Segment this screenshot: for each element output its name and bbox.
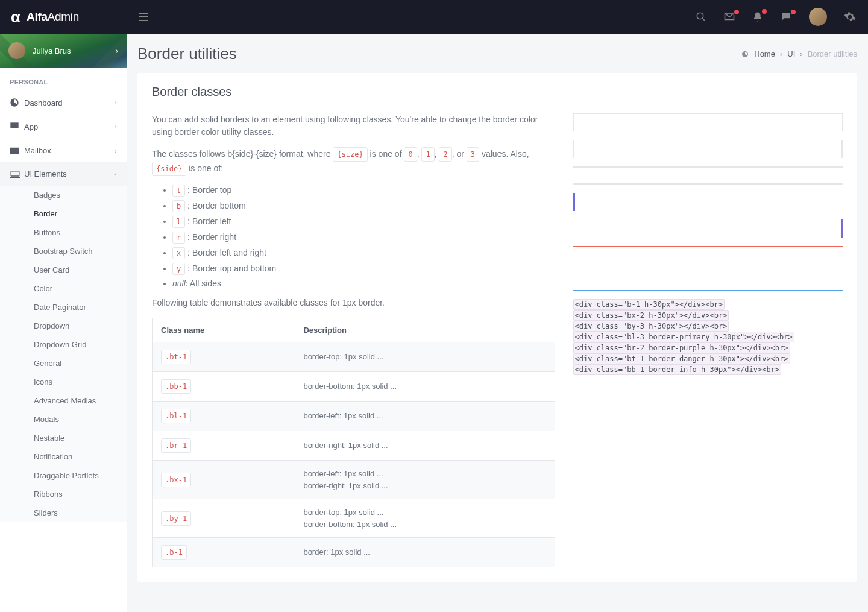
card-title: Border classes xyxy=(152,85,843,99)
breadcrumb: Home › UI › Border utilities xyxy=(741,49,857,58)
sides-list: t : Border topb : Border bottoml : Borde… xyxy=(172,185,555,288)
intro-text: You can add solid borders to an element … xyxy=(152,113,555,139)
table-intro: Following table demonstrates available c… xyxy=(152,297,555,309)
svg-rect-2 xyxy=(139,20,148,21)
logo-icon: α xyxy=(11,8,20,27)
grid-icon xyxy=(10,122,24,131)
sidebar-subitem-ribbons[interactable]: Ribbons xyxy=(0,485,127,503)
notification-dot xyxy=(790,8,797,16)
notification-dot xyxy=(733,8,740,16)
sidebar-subitem-advanced-medias[interactable]: Advanced Medias xyxy=(0,391,127,410)
user-name: Juliya Brus xyxy=(33,46,71,55)
notifications-button[interactable] xyxy=(752,11,763,23)
chevron-right-icon: › xyxy=(115,147,117,154)
table-row: .bb-1border-bottom: 1px solid ... xyxy=(153,372,555,402)
sidebar-subitem-dropdown-grid[interactable]: Dropdown Grid xyxy=(0,335,127,354)
svg-rect-11 xyxy=(11,171,19,175)
chevron-right-icon: › xyxy=(115,99,117,106)
sidebar-item-mailbox[interactable]: Mailbox › xyxy=(0,139,127,162)
svg-rect-0 xyxy=(139,13,148,14)
svg-rect-6 xyxy=(13,122,16,125)
main-content: Border utilities Home › UI › Border util… xyxy=(127,34,868,612)
svg-rect-5 xyxy=(10,122,13,125)
submenu: BadgesBorderButtonsBootstrap SwitchUser … xyxy=(0,186,127,522)
sidebar-section-label: PERSONAL xyxy=(0,68,127,90)
demo-bx-2 xyxy=(573,140,843,158)
card-right-column: <div class="b-1 h-30px"></div><br> <div … xyxy=(573,113,843,567)
topbar-actions xyxy=(696,8,868,26)
svg-rect-7 xyxy=(16,122,19,125)
svg-rect-8 xyxy=(10,125,13,128)
logo[interactable]: α AlfaAdmin xyxy=(0,8,127,27)
nav-label: Mailbox xyxy=(24,146,51,155)
avatar xyxy=(809,8,827,26)
classes-table: Class name Description .bt-1border-top: … xyxy=(152,318,555,567)
sidebar: Juliya Brus › PERSONAL Dashboard › App ›… xyxy=(0,34,127,612)
th-classname: Class name xyxy=(153,318,295,342)
demo-by-3 xyxy=(573,166,843,185)
list-item: null: All sides xyxy=(172,279,555,288)
sidebar-subitem-border[interactable]: Border xyxy=(0,204,127,223)
border-demos xyxy=(573,113,843,291)
sidebar-item-dashboard[interactable]: Dashboard › xyxy=(0,90,127,115)
sidebar-subitem-bootstrap-switch[interactable]: Bootstrap Switch xyxy=(0,242,127,260)
demo-br-2-purple xyxy=(573,219,843,238)
sidebar-subitem-dropdown[interactable]: Dropdown xyxy=(0,317,127,335)
sidebar-subitem-user-card[interactable]: User Card xyxy=(0,260,127,279)
table-row: .by-1border-top: 1px solid ...border-bot… xyxy=(153,499,555,538)
user-panel[interactable]: Juliya Brus › xyxy=(0,34,127,68)
logo-text: AlfaAdmin xyxy=(27,10,79,24)
sidebar-item-app[interactable]: App › xyxy=(0,115,127,139)
sidebar-subitem-general[interactable]: General xyxy=(0,354,127,373)
list-item: b : Border bottom xyxy=(172,200,555,212)
sidebar-item-ui-elements[interactable]: UI Elements › xyxy=(0,162,127,186)
sidebar-subitem-nestable[interactable]: Nestable xyxy=(0,429,127,447)
messages-button[interactable] xyxy=(723,11,735,22)
chevron-right-icon: › xyxy=(115,123,117,130)
nav-label: UI Elements xyxy=(24,169,67,178)
nav-label: Dashboard xyxy=(24,98,63,107)
home-icon xyxy=(741,51,749,58)
settings-button[interactable] xyxy=(844,11,856,23)
sidebar-subitem-date-paginator[interactable]: Date Paginator xyxy=(0,298,127,317)
sidebar-subitem-color[interactable]: Color xyxy=(0,279,127,298)
dashboard-icon xyxy=(10,98,24,107)
page-title: Border utilities xyxy=(137,45,237,63)
svg-line-4 xyxy=(702,18,705,21)
sidebar-subitem-modals[interactable]: Modals xyxy=(0,410,127,429)
user-menu[interactable] xyxy=(809,8,827,26)
laptop-icon xyxy=(10,170,24,178)
table-row: .br-1border-right: 1px solid ... xyxy=(153,431,555,461)
list-item: l : Border left xyxy=(172,216,555,228)
search-button[interactable] xyxy=(696,11,706,22)
demo-bl-3-primary xyxy=(573,193,843,211)
sidebar-subitem-buttons[interactable]: Buttons xyxy=(0,223,127,242)
sidebar-subitem-sliders[interactable]: Sliders xyxy=(0,503,127,522)
svg-rect-1 xyxy=(139,16,148,17)
sidebar-toggle[interactable] xyxy=(139,13,148,21)
avatar xyxy=(8,42,25,59)
breadcrumb-ui[interactable]: UI xyxy=(787,49,795,58)
list-item: x : Border left and right xyxy=(172,247,555,259)
demo-b-1 xyxy=(573,113,843,131)
notification-dot xyxy=(761,8,768,15)
envelope-icon xyxy=(10,147,24,154)
sidebar-subitem-badges[interactable]: Badges xyxy=(0,186,127,204)
topbar: α AlfaAdmin xyxy=(0,0,868,34)
page-header: Border utilities Home › UI › Border util… xyxy=(137,45,857,63)
sidebar-subitem-draggable-portlets[interactable]: Draggable Portlets xyxy=(0,466,127,485)
format-text: The classes follows b{side}-{size} forma… xyxy=(152,147,555,176)
card-border-classes: Border classes You can add solid borders… xyxy=(137,73,857,582)
sidebar-subitem-icons[interactable]: Icons xyxy=(0,373,127,391)
demo-bb-1-info xyxy=(573,273,843,291)
table-row: .bt-1border-top: 1px solid ... xyxy=(153,342,555,372)
chevron-right-icon: › xyxy=(115,46,118,55)
th-description: Description xyxy=(295,318,555,342)
sidebar-subitem-notification[interactable]: Notification xyxy=(0,447,127,466)
breadcrumb-home[interactable]: Home xyxy=(754,49,775,58)
table-row: .bl-1border-left: 1px solid ... xyxy=(153,402,555,431)
svg-point-3 xyxy=(697,13,703,19)
table-row: .bx-1border-left: 1px solid ...border-ri… xyxy=(153,461,555,499)
chevron-down-icon: › xyxy=(112,173,119,175)
chat-button[interactable] xyxy=(780,11,792,22)
